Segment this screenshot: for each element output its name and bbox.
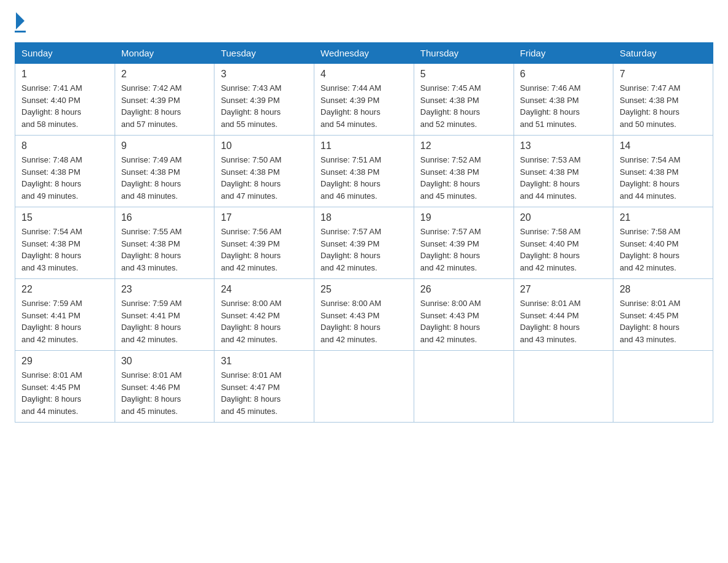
day-info: Sunrise: 7:59 AM Sunset: 4:41 PM Dayligh… — [121, 299, 182, 344]
day-info: Sunrise: 7:57 AM Sunset: 4:39 PM Dayligh… — [420, 227, 481, 272]
weekday-header-thursday: Thursday — [414, 43, 514, 64]
day-info: Sunrise: 7:43 AM Sunset: 4:39 PM Dayligh… — [221, 83, 281, 129]
day-number: 18 — [320, 212, 408, 223]
weekday-header-saturday: Saturday — [613, 43, 713, 64]
day-number: 3 — [221, 69, 308, 80]
calendar-cell: 16 Sunrise: 7:55 AM Sunset: 4:38 PM Dayl… — [115, 207, 214, 279]
day-number: 27 — [520, 284, 607, 295]
calendar-cell: 28 Sunrise: 8:01 AM Sunset: 4:45 PM Dayl… — [613, 279, 713, 351]
calendar-cell: 22 Sunrise: 7:59 AM Sunset: 4:41 PM Dayl… — [15, 279, 115, 351]
calendar-cell: 11 Sunrise: 7:51 AM Sunset: 4:38 PM Dayl… — [314, 136, 414, 207]
day-number: 20 — [520, 212, 607, 223]
day-number: 13 — [520, 140, 607, 151]
page-header — [15, 15, 713, 33]
weekday-header-monday: Monday — [115, 43, 214, 64]
day-info: Sunrise: 8:01 AM Sunset: 4:46 PM Dayligh… — [121, 370, 182, 416]
calendar-cell: 15 Sunrise: 7:54 AM Sunset: 4:38 PM Dayl… — [15, 207, 115, 279]
calendar-cell: 26 Sunrise: 8:00 AM Sunset: 4:43 PM Dayl… — [414, 279, 514, 351]
calendar-cell: 12 Sunrise: 7:52 AM Sunset: 4:38 PM Dayl… — [414, 136, 514, 207]
day-number: 17 — [221, 212, 308, 223]
calendar-cell: 6 Sunrise: 7:46 AM Sunset: 4:38 PM Dayli… — [514, 64, 613, 136]
day-number: 23 — [121, 284, 208, 295]
day-number: 29 — [21, 356, 108, 367]
day-info: Sunrise: 8:00 AM Sunset: 4:42 PM Dayligh… — [221, 299, 281, 344]
calendar-cell: 1 Sunrise: 7:41 AM Sunset: 4:40 PM Dayli… — [15, 64, 115, 136]
day-number: 1 — [21, 69, 108, 80]
calendar-cell: 8 Sunrise: 7:48 AM Sunset: 4:38 PM Dayli… — [15, 136, 115, 207]
weekday-header-friday: Friday — [514, 43, 613, 64]
day-info: Sunrise: 8:00 AM Sunset: 4:43 PM Dayligh… — [420, 299, 481, 344]
calendar-cell: 10 Sunrise: 7:50 AM Sunset: 4:38 PM Dayl… — [214, 136, 314, 207]
day-number: 16 — [121, 212, 208, 223]
calendar-cell — [613, 351, 713, 423]
day-info: Sunrise: 8:01 AM Sunset: 4:44 PM Dayligh… — [520, 299, 581, 344]
calendar-cell: 19 Sunrise: 7:57 AM Sunset: 4:39 PM Dayl… — [414, 207, 514, 279]
day-info: Sunrise: 7:58 AM Sunset: 4:40 PM Dayligh… — [520, 227, 581, 272]
week-row-5: 29 Sunrise: 8:01 AM Sunset: 4:45 PM Dayl… — [15, 351, 713, 423]
calendar-cell: 2 Sunrise: 7:42 AM Sunset: 4:39 PM Dayli… — [115, 64, 214, 136]
calendar-cell: 24 Sunrise: 8:00 AM Sunset: 4:42 PM Dayl… — [214, 279, 314, 351]
day-number: 22 — [21, 284, 108, 295]
day-info: Sunrise: 7:50 AM Sunset: 4:38 PM Dayligh… — [221, 155, 281, 201]
week-row-1: 1 Sunrise: 7:41 AM Sunset: 4:40 PM Dayli… — [15, 64, 713, 136]
week-row-2: 8 Sunrise: 7:48 AM Sunset: 4:38 PM Dayli… — [15, 136, 713, 207]
logo-triangle-icon — [16, 12, 25, 29]
day-number: 4 — [320, 69, 408, 80]
week-row-4: 22 Sunrise: 7:59 AM Sunset: 4:41 PM Dayl… — [15, 279, 713, 351]
day-number: 8 — [21, 140, 108, 151]
day-info: Sunrise: 7:58 AM Sunset: 4:40 PM Dayligh… — [620, 227, 680, 272]
calendar-cell: 31 Sunrise: 8:01 AM Sunset: 4:47 PM Dayl… — [214, 351, 314, 423]
day-info: Sunrise: 7:46 AM Sunset: 4:38 PM Dayligh… — [520, 83, 581, 129]
calendar-cell: 23 Sunrise: 7:59 AM Sunset: 4:41 PM Dayl… — [115, 279, 214, 351]
day-info: Sunrise: 7:59 AM Sunset: 4:41 PM Dayligh… — [21, 299, 82, 344]
logo — [15, 15, 26, 33]
day-info: Sunrise: 7:42 AM Sunset: 4:39 PM Dayligh… — [121, 83, 182, 129]
day-info: Sunrise: 7:49 AM Sunset: 4:38 PM Dayligh… — [121, 155, 182, 201]
weekday-header-tuesday: Tuesday — [214, 43, 314, 64]
day-info: Sunrise: 7:52 AM Sunset: 4:38 PM Dayligh… — [420, 155, 481, 201]
day-info: Sunrise: 7:54 AM Sunset: 4:38 PM Dayligh… — [21, 227, 82, 272]
week-row-3: 15 Sunrise: 7:54 AM Sunset: 4:38 PM Dayl… — [15, 207, 713, 279]
day-info: Sunrise: 7:54 AM Sunset: 4:38 PM Dayligh… — [620, 155, 680, 201]
calendar-cell: 27 Sunrise: 8:01 AM Sunset: 4:44 PM Dayl… — [514, 279, 613, 351]
calendar-cell: 29 Sunrise: 8:01 AM Sunset: 4:45 PM Dayl… — [15, 351, 115, 423]
day-info: Sunrise: 8:01 AM Sunset: 4:47 PM Dayligh… — [221, 370, 281, 416]
calendar-cell: 18 Sunrise: 7:57 AM Sunset: 4:39 PM Dayl… — [314, 207, 414, 279]
day-number: 12 — [420, 140, 507, 151]
calendar-cell: 25 Sunrise: 8:00 AM Sunset: 4:43 PM Dayl… — [314, 279, 414, 351]
calendar-cell: 4 Sunrise: 7:44 AM Sunset: 4:39 PM Dayli… — [314, 64, 414, 136]
day-info: Sunrise: 7:51 AM Sunset: 4:38 PM Dayligh… — [320, 155, 381, 201]
calendar-cell: 14 Sunrise: 7:54 AM Sunset: 4:38 PM Dayl… — [613, 136, 713, 207]
day-info: Sunrise: 7:48 AM Sunset: 4:38 PM Dayligh… — [21, 155, 82, 201]
calendar-cell: 13 Sunrise: 7:53 AM Sunset: 4:38 PM Dayl… — [514, 136, 613, 207]
day-info: Sunrise: 7:55 AM Sunset: 4:38 PM Dayligh… — [121, 227, 182, 272]
calendar-cell: 9 Sunrise: 7:49 AM Sunset: 4:38 PM Dayli… — [115, 136, 214, 207]
day-number: 10 — [221, 140, 308, 151]
logo-underline — [15, 31, 26, 33]
weekday-header-wednesday: Wednesday — [314, 43, 414, 64]
calendar-cell: 21 Sunrise: 7:58 AM Sunset: 4:40 PM Dayl… — [613, 207, 713, 279]
calendar-cell: 30 Sunrise: 8:01 AM Sunset: 4:46 PM Dayl… — [115, 351, 214, 423]
day-info: Sunrise: 7:45 AM Sunset: 4:38 PM Dayligh… — [420, 83, 481, 129]
calendar-table: SundayMondayTuesdayWednesdayThursdayFrid… — [15, 42, 713, 423]
day-info: Sunrise: 7:44 AM Sunset: 4:39 PM Dayligh… — [320, 83, 381, 129]
day-number: 19 — [420, 212, 507, 223]
calendar-cell: 5 Sunrise: 7:45 AM Sunset: 4:38 PM Dayli… — [414, 64, 514, 136]
calendar-cell — [414, 351, 514, 423]
day-number: 9 — [121, 140, 208, 151]
day-number: 31 — [221, 356, 308, 367]
day-number: 7 — [620, 69, 707, 80]
calendar-cell — [514, 351, 613, 423]
day-number: 5 — [420, 69, 507, 80]
calendar-cell: 3 Sunrise: 7:43 AM Sunset: 4:39 PM Dayli… — [214, 64, 314, 136]
day-number: 24 — [221, 284, 308, 295]
weekday-header-sunday: Sunday — [15, 43, 115, 64]
day-info: Sunrise: 8:00 AM Sunset: 4:43 PM Dayligh… — [320, 299, 381, 344]
day-info: Sunrise: 7:53 AM Sunset: 4:38 PM Dayligh… — [520, 155, 581, 201]
calendar-cell: 17 Sunrise: 7:56 AM Sunset: 4:39 PM Dayl… — [214, 207, 314, 279]
day-number: 6 — [520, 69, 607, 80]
day-number: 2 — [121, 69, 208, 80]
day-number: 15 — [21, 212, 108, 223]
weekday-header-row: SundayMondayTuesdayWednesdayThursdayFrid… — [15, 43, 713, 64]
day-number: 30 — [121, 356, 208, 367]
